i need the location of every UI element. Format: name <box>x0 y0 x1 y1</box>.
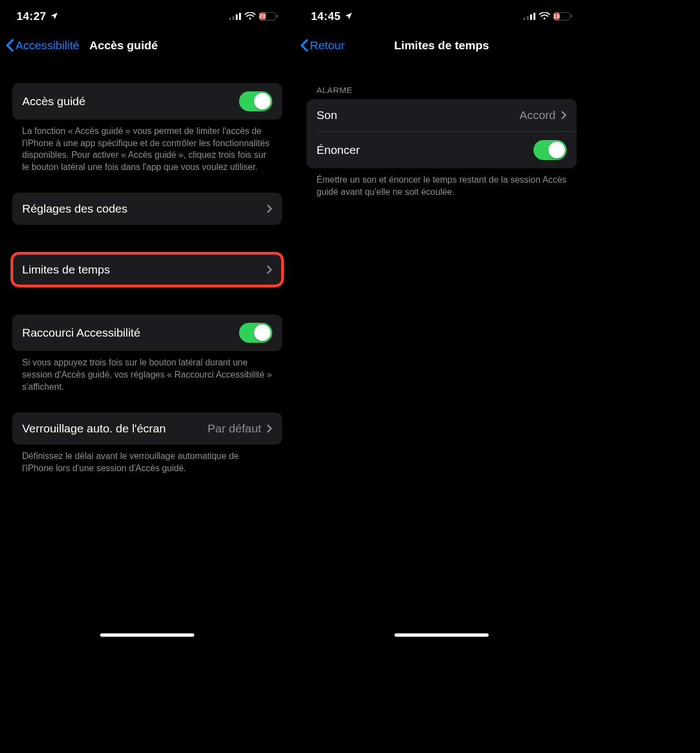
status-bar: 14:45 18 <box>294 0 589 28</box>
chevron-right-icon <box>267 424 272 433</box>
battery-icon: 18 <box>553 12 572 20</box>
cell-value: Accord <box>520 109 556 122</box>
svg-rect-5 <box>523 18 526 20</box>
cell-label: Limites de temps <box>22 263 110 276</box>
back-button[interactable]: Retour <box>300 39 345 52</box>
passcode-settings-row[interactable]: Réglages des codes <box>12 193 282 225</box>
location-icon <box>50 12 59 20</box>
page-title: Accès guidé <box>80 39 158 52</box>
cell-label: Accès guidé <box>22 95 85 108</box>
location-icon <box>344 12 353 20</box>
nav-bar: Retour Limites de temps <box>294 28 589 63</box>
svg-rect-3 <box>239 13 241 20</box>
section-header: ALARME <box>307 85 577 99</box>
toggle-switch[interactable] <box>533 140 567 160</box>
svg-point-9 <box>543 18 546 20</box>
battery-level: 18 <box>554 13 559 20</box>
svg-point-4 <box>249 18 251 20</box>
toggle-switch[interactable] <box>239 323 272 343</box>
page-title: Limites de temps <box>394 39 489 52</box>
speak-row[interactable]: Énoncer <box>317 131 577 168</box>
shortcut-footer: Si vous appuyez trois fois sur le bouton… <box>12 351 282 393</box>
guided-access-toggle-row[interactable]: Accès guidé <box>12 83 282 120</box>
auto-lock-row[interactable]: Verrouillage auto. de l'écran Par défaut <box>12 412 282 445</box>
accessibility-shortcut-row[interactable]: Raccourci Accessibilité <box>12 314 282 351</box>
nav-bar: Accessibilité Accès guidé <box>0 28 294 63</box>
home-indicator[interactable] <box>100 633 194 637</box>
cell-label: Énoncer <box>317 143 360 157</box>
back-label: Retour <box>310 39 345 52</box>
status-bar: 14:27 20 <box>0 0 294 28</box>
cell-value: Par défaut <box>208 422 261 435</box>
wifi-icon <box>539 12 550 20</box>
chevron-right-icon <box>267 265 272 274</box>
chevron-right-icon <box>561 111 567 120</box>
battery-level: 20 <box>260 13 266 20</box>
cellular-icon <box>229 12 241 20</box>
svg-rect-2 <box>236 14 238 20</box>
guided-access-footer: La fonction « Accès guidé » vous permet … <box>12 120 282 173</box>
battery-icon: 20 <box>259 12 278 20</box>
alarm-footer: Émettre un son et énoncer le temps resta… <box>307 168 577 198</box>
cellular-icon <box>523 12 536 20</box>
chevron-right-icon <box>267 204 272 213</box>
toggle-switch[interactable] <box>239 91 272 111</box>
status-time: 14:45 <box>311 10 341 23</box>
cell-label: Raccourci Accessibilité <box>22 326 141 339</box>
wifi-icon <box>245 12 256 20</box>
cell-label: Verrouillage auto. de l'écran <box>22 422 166 435</box>
status-time: 14:27 <box>17 10 46 23</box>
svg-rect-7 <box>530 14 532 20</box>
home-indicator[interactable] <box>395 633 489 637</box>
svg-rect-6 <box>527 16 529 20</box>
back-label: Accessibilité <box>15 39 80 52</box>
back-button[interactable]: Accessibilité <box>6 39 80 52</box>
sound-row[interactable]: Son Accord <box>307 99 577 131</box>
autolock-footer: Définissez le délai avant le verrouillag… <box>12 445 282 474</box>
svg-rect-0 <box>229 18 231 20</box>
cell-label: Réglages des codes <box>22 202 127 215</box>
svg-rect-1 <box>232 16 235 20</box>
cell-label: Son <box>317 109 337 122</box>
time-limits-row[interactable]: Limites de temps <box>12 254 282 286</box>
svg-rect-8 <box>533 13 536 20</box>
